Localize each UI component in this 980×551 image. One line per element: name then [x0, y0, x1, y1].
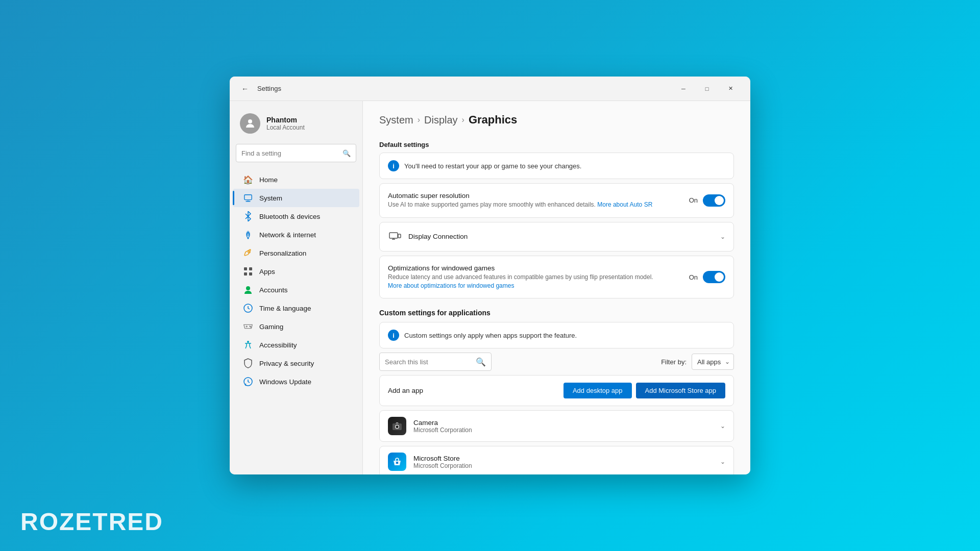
- sidebar: Phantom Local Account 🔍 🏠 Home: [230, 101, 362, 474]
- auto-sr-card: Automatic super resolution Use AI to mak…: [379, 183, 734, 218]
- sidebar-item-bluetooth[interactable]: Bluetooth & devices: [233, 207, 359, 226]
- custom-info-icon: i: [388, 330, 399, 341]
- sidebar-item-system[interactable]: System: [233, 189, 359, 207]
- display-connection-chevron: ⌄: [720, 233, 725, 240]
- sidebar-item-network[interactable]: Network & internet: [233, 226, 359, 244]
- sidebar-item-personalization-label: Personalization: [259, 249, 306, 257]
- camera-app-icon: [388, 417, 406, 435]
- titlebar: ← Settings ─ □ ✕: [230, 77, 750, 101]
- auto-sr-desc: Use AI to make supported games play more…: [388, 201, 679, 209]
- auto-sr-toggle[interactable]: [703, 194, 725, 207]
- svg-point-16: [247, 341, 249, 343]
- breadcrumb-sep-1: ›: [418, 115, 420, 124]
- sidebar-item-apps-label: Apps: [259, 268, 275, 276]
- auto-sr-toggle-label: On: [689, 196, 698, 204]
- breadcrumb: System › Display › Graphics: [379, 113, 734, 127]
- svg-point-10: [246, 286, 250, 290]
- auto-sr-link[interactable]: More about Auto SR: [597, 201, 652, 208]
- breadcrumb-display[interactable]: Display: [424, 114, 458, 126]
- sidebar-item-system-label: System: [259, 194, 282, 202]
- windowed-games-row: Optimizations for windowed games Reduce …: [380, 256, 733, 298]
- filter-container: Filter by: All apps: [661, 354, 734, 370]
- svg-point-15: [251, 327, 251, 327]
- store-app-corp: Microsoft Corporation: [413, 462, 720, 469]
- svg-rect-26: [396, 462, 398, 464]
- windowed-games-toggle-label: On: [689, 273, 698, 281]
- sidebar-item-home[interactable]: 🏠 Home: [233, 170, 359, 189]
- sidebar-item-accessibility-label: Accessibility: [259, 341, 297, 349]
- display-connection-title: Display Connection: [408, 233, 720, 240]
- search-list-input[interactable]: [385, 358, 472, 366]
- svg-point-25: [396, 425, 399, 428]
- titlebar-title: Settings: [257, 85, 281, 92]
- auto-sr-title: Automatic super resolution: [388, 192, 679, 199]
- custom-settings-header: Custom settings for applications: [379, 309, 734, 317]
- maximize-button[interactable]: □: [695, 81, 719, 97]
- windowed-games-toggle[interactable]: [703, 271, 725, 283]
- search-box[interactable]: 🔍: [236, 144, 356, 162]
- personalization-icon: [243, 248, 253, 258]
- svg-point-4: [248, 238, 249, 239]
- watermark: ROZETRED: [20, 508, 163, 536]
- sidebar-item-accounts-label: Accounts: [259, 286, 288, 294]
- search-icon: 🔍: [342, 149, 351, 157]
- back-button[interactable]: ←: [238, 82, 252, 96]
- accounts-icon: [243, 285, 253, 295]
- svg-point-0: [248, 119, 252, 123]
- filter-label: Filter by:: [661, 358, 687, 366]
- sidebar-item-personalization[interactable]: Personalization: [233, 244, 359, 262]
- add-desktop-app-button[interactable]: Add desktop app: [564, 383, 632, 398]
- sidebar-item-update[interactable]: Windows Update: [233, 372, 359, 391]
- sidebar-item-privacy[interactable]: Privacy & security: [233, 354, 359, 372]
- info-banner: i You'll need to restart your app or gam…: [379, 153, 734, 179]
- filter-select-wrapper: All apps: [692, 354, 734, 370]
- titlebar-controls: ─ □ ✕: [672, 81, 742, 97]
- main-content: Phantom Local Account 🔍 🏠 Home: [230, 101, 750, 474]
- svg-rect-22: [398, 234, 401, 238]
- svg-rect-7: [249, 267, 252, 270]
- filter-select[interactable]: All apps: [692, 354, 734, 370]
- close-button[interactable]: ✕: [719, 81, 742, 97]
- apps-icon: [243, 266, 253, 277]
- sidebar-item-accounts[interactable]: Accounts: [233, 281, 359, 299]
- info-text: You'll need to restart your app or game …: [404, 162, 581, 170]
- svg-rect-8: [244, 272, 247, 276]
- search-filter-container: 🔍 Filter by: All apps: [379, 353, 734, 371]
- display-connection-row[interactable]: Display Connection ⌄: [380, 222, 733, 251]
- sidebar-item-gaming-label: Gaming: [259, 323, 283, 331]
- avatar: [240, 113, 260, 134]
- windowed-games-left: Optimizations for windowed games Reduce …: [388, 264, 679, 290]
- network-icon: [243, 230, 253, 240]
- sidebar-item-update-label: Windows Update: [259, 378, 311, 386]
- add-store-app-button[interactable]: Add Microsoft Store app: [636, 383, 725, 398]
- windowed-games-link[interactable]: More about optimizations for windowed ga…: [388, 282, 514, 289]
- sidebar-item-time[interactable]: Time & language: [233, 299, 359, 317]
- auto-sr-right: On: [689, 194, 725, 207]
- sidebar-item-home-label: Home: [259, 176, 278, 184]
- display-connection-card[interactable]: Display Connection ⌄: [379, 222, 734, 252]
- store-app-icon: [388, 453, 406, 471]
- sidebar-item-accessibility[interactable]: Accessibility: [233, 336, 359, 354]
- camera-app-name: Camera: [413, 419, 720, 427]
- display-connection-icon: [388, 230, 402, 244]
- custom-info-banner: i Custom settings only apply when apps s…: [379, 322, 734, 348]
- store-app-info: Microsoft Store Microsoft Corporation: [413, 455, 720, 469]
- windowed-games-desc: Reduce latency and use advanced features…: [388, 273, 679, 290]
- windowed-games-right: On: [689, 271, 725, 283]
- search-input[interactable]: [241, 149, 338, 157]
- app-row-store[interactable]: Microsoft Store Microsoft Corporation ⌄: [379, 446, 734, 474]
- search-list-icon: 🔍: [476, 357, 486, 367]
- add-app-card: Add an app Add desktop app Add Microsoft…: [379, 375, 734, 406]
- sidebar-item-apps[interactable]: Apps: [233, 262, 359, 281]
- accessibility-icon: [243, 340, 253, 350]
- sidebar-item-gaming[interactable]: Gaming: [233, 317, 359, 336]
- camera-app-chevron: ⌄: [720, 422, 725, 430]
- windowed-games-title: Optimizations for windowed games: [388, 264, 679, 272]
- app-row-camera[interactable]: Camera Microsoft Corporation ⌄: [379, 410, 734, 442]
- minimize-button[interactable]: ─: [672, 81, 695, 97]
- auto-sr-left: Automatic super resolution Use AI to mak…: [388, 192, 679, 209]
- breadcrumb-system[interactable]: System: [379, 114, 413, 126]
- auto-sr-row: Automatic super resolution Use AI to mak…: [380, 184, 733, 217]
- right-panel: System › Display › Graphics Default sett…: [362, 101, 750, 474]
- search-list-box[interactable]: 🔍: [379, 353, 492, 371]
